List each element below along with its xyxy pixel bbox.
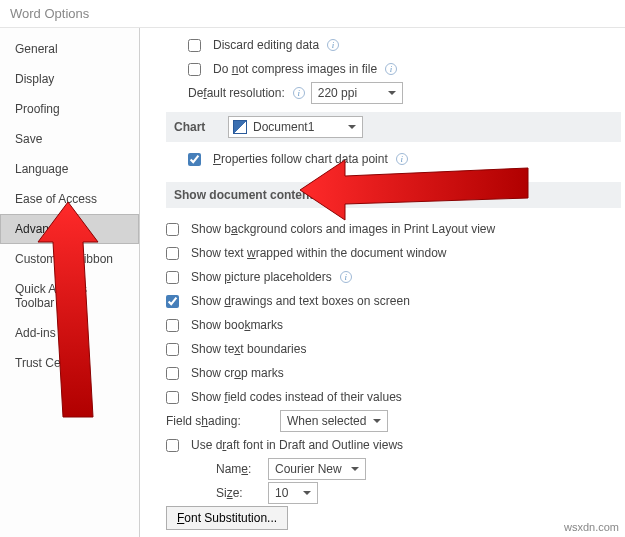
bookmarks-label: Show bookmarks — [191, 318, 283, 332]
picplace-checkbox[interactable] — [166, 271, 179, 284]
drawings-checkbox[interactable] — [166, 295, 179, 308]
fontname-value: Courier New — [275, 462, 342, 476]
content-panel: Discard editing data i Do not compress i… — [140, 28, 625, 537]
sidebar-item-general[interactable]: General — [0, 34, 139, 64]
bookmarks-row: Show bookmarks — [166, 314, 625, 336]
sidebar-item-label: Quick Access Toolbar — [15, 282, 87, 310]
fontname-select[interactable]: Courier New — [268, 458, 366, 480]
cropmarks-label: Show crop marks — [191, 366, 284, 380]
sidebar-item-advanced[interactable]: Advanced — [0, 214, 139, 244]
compress-images-row: Do not compress images in file i — [188, 58, 625, 80]
window-title: Word Options — [10, 6, 89, 21]
fontsize-row: Size: 10 — [216, 482, 625, 504]
sidebar-item-proofing[interactable]: Proofing — [0, 94, 139, 124]
sidebar-item-label: Save — [15, 132, 42, 146]
sidebar-item-label: Proofing — [15, 102, 60, 116]
sidebar-item-display[interactable]: Display — [0, 64, 139, 94]
discard-editing-row: Discard editing data i — [188, 34, 625, 56]
fontsize-value: 10 — [275, 486, 288, 500]
fontname-row: Name: Courier New — [216, 458, 625, 480]
chart-properties-row: Properties follow chart data point i — [188, 148, 625, 170]
chart-section-bar: Chart Document1 — [166, 112, 621, 142]
textbound-checkbox[interactable] — [166, 343, 179, 356]
expand-row: Expand all headings when opening a docum… — [166, 532, 625, 537]
fontsize-select[interactable]: 10 — [268, 482, 318, 504]
sidebar-item-label: Trust Center — [15, 356, 81, 370]
main-area: General Display Proofing Save Language E… — [0, 28, 625, 537]
compress-images-checkbox[interactable] — [188, 63, 201, 76]
default-resolution-row: Default resolution: i 220 ppi — [188, 82, 625, 104]
sidebar-item-label: Ease of Access — [15, 192, 97, 206]
draftfont-row: Use draft font in Draft and Outline view… — [166, 434, 625, 456]
fieldcodes-label: Show field codes instead of their values — [191, 390, 402, 404]
info-icon[interactable]: i — [340, 271, 352, 283]
picplace-row: Show picture placeholders i — [166, 266, 625, 288]
info-icon[interactable]: i — [327, 39, 339, 51]
sidebar-item-trust-center[interactable]: Trust Center — [0, 348, 139, 378]
cropmarks-row: Show crop marks — [166, 362, 625, 384]
bgcolors-checkbox[interactable] — [166, 223, 179, 236]
textbound-label: Show text boundaries — [191, 342, 306, 356]
draftfont-label: Use draft font in Draft and Outline view… — [191, 438, 403, 452]
picplace-label: Show picture placeholders — [191, 270, 332, 284]
fontsub-row: Font Substitution... — [166, 506, 625, 530]
sidebar-item-customize-ribbon[interactable]: Customize Ribbon — [0, 244, 139, 274]
chart-properties-checkbox[interactable] — [188, 153, 201, 166]
fieldshading-select[interactable]: When selected — [280, 410, 388, 432]
sidebar-item-label: Display — [15, 72, 54, 86]
wrapped-label: Show text wrapped within the document wi… — [191, 246, 446, 260]
info-icon[interactable]: i — [293, 87, 305, 99]
document-icon — [233, 120, 247, 134]
sidebar-item-language[interactable]: Language — [0, 154, 139, 184]
fieldshading-value: When selected — [287, 414, 366, 428]
sidebar-item-label: Advanced — [15, 222, 68, 236]
fieldcodes-checkbox[interactable] — [166, 391, 179, 404]
chart-document-select[interactable]: Document1 — [228, 116, 363, 138]
bgcolors-label: Show background colors and images in Pri… — [191, 222, 495, 236]
show-document-content-heading: Show document content — [166, 182, 621, 208]
discard-editing-label: Discard editing data — [213, 38, 319, 52]
default-resolution-value: 220 ppi — [318, 86, 357, 100]
fontsize-label: Size: — [216, 486, 262, 500]
fieldcodes-row: Show field codes instead of their values — [166, 386, 625, 408]
section-heading-label: Show document content — [174, 188, 313, 202]
fieldshading-row: Field shading: When selected — [166, 410, 625, 432]
sidebar-item-quick-access-toolbar[interactable]: Quick Access Toolbar — [0, 274, 139, 318]
default-resolution-select[interactable]: 220 ppi — [311, 82, 403, 104]
bookmarks-checkbox[interactable] — [166, 319, 179, 332]
sidebar-item-label: Customize Ribbon — [15, 252, 113, 266]
sidebar-item-label: Language — [15, 162, 68, 176]
sidebar-item-ease-of-access[interactable]: Ease of Access — [0, 184, 139, 214]
sidebar-item-label: Add-ins — [15, 326, 56, 340]
watermark: wsxdn.com — [564, 521, 619, 533]
info-icon[interactable]: i — [385, 63, 397, 75]
drawings-label: Show drawings and text boxes on screen — [191, 294, 410, 308]
sidebar-item-label: General — [15, 42, 58, 56]
textbound-row: Show text boundaries — [166, 338, 625, 360]
cropmarks-checkbox[interactable] — [166, 367, 179, 380]
chart-section-label: Chart — [174, 120, 218, 134]
wrapped-row: Show text wrapped within the document wi… — [166, 242, 625, 264]
compress-images-label: Do not compress images in file — [213, 62, 377, 76]
discard-editing-checkbox[interactable] — [188, 39, 201, 52]
info-icon[interactable]: i — [396, 153, 408, 165]
chart-document-value: Document1 — [253, 120, 314, 134]
draftfont-checkbox[interactable] — [166, 439, 179, 452]
font-substitution-button[interactable]: Font Substitution... — [166, 506, 288, 530]
window-title-bar: Word Options — [0, 0, 625, 28]
sidebar-item-add-ins[interactable]: Add-ins — [0, 318, 139, 348]
sidebar: General Display Proofing Save Language E… — [0, 28, 140, 537]
fieldshading-label: Field shading: — [166, 414, 274, 428]
bgcolors-row: Show background colors and images in Pri… — [166, 218, 625, 240]
sidebar-item-save[interactable]: Save — [0, 124, 139, 154]
default-resolution-label: Default resolution: — [188, 86, 285, 100]
wrapped-checkbox[interactable] — [166, 247, 179, 260]
chart-properties-label: Properties follow chart data point — [213, 152, 388, 166]
drawings-row: Show drawings and text boxes on screen — [166, 290, 625, 312]
fontname-label: Name: — [216, 462, 262, 476]
